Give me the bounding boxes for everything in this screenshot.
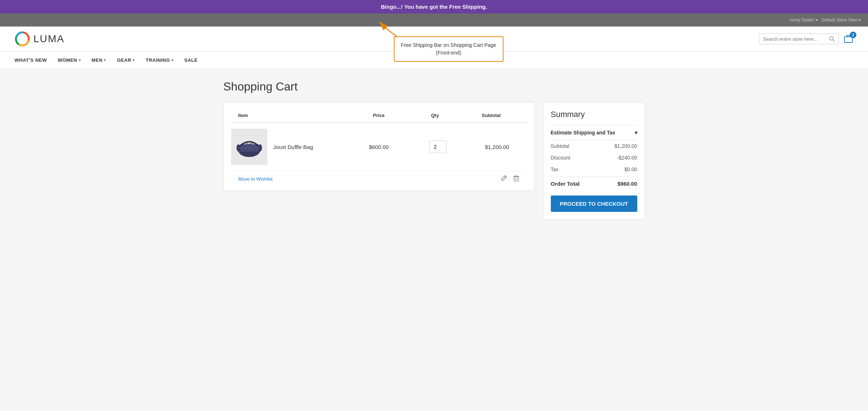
nav-item-gear[interactable]: Gear ▾: [117, 52, 135, 68]
order-summary: Summary Estimate Shipping and Tax ▾ Subt…: [543, 102, 645, 219]
item-qty: [408, 141, 468, 153]
search-input[interactable]: [763, 36, 829, 42]
chevron-down-icon: ▾: [635, 130, 637, 136]
luma-logo-icon: [15, 31, 31, 47]
item-price: $600.00: [349, 144, 408, 150]
col-header-price: Price: [351, 113, 407, 118]
summary-tax: Tax $0.00: [551, 164, 637, 175]
chevron-down-icon: ▾: [171, 58, 174, 62]
svg-line-10: [504, 176, 506, 178]
cart-count-badge: 2: [850, 32, 856, 38]
col-header-item: Item: [238, 113, 351, 118]
summary-order-total: Order Total $960.00: [551, 177, 637, 190]
store-view-dropdown[interactable]: Default Store View ▾: [821, 17, 861, 23]
top-header-bar: comp Tester! ▾ Default Store View ▾: [0, 13, 868, 27]
user-dropdown[interactable]: comp Tester! ▾: [790, 17, 817, 23]
estimate-shipping-toggle[interactable]: Estimate Shipping and Tax ▾: [551, 125, 637, 140]
move-to-wishlist-link[interactable]: Move to Wishlist: [238, 176, 273, 182]
header-right: 2: [759, 33, 853, 44]
nav-item-women[interactable]: Women ▾: [58, 52, 81, 68]
cart-table-header: Item Price Qty Subtotal: [231, 108, 527, 123]
table-row: Joust Duffle Bag $600.00 $1,200.00: [224, 123, 534, 171]
free-shipping-bar: Bingo...! You have got the Free Shipping…: [0, 0, 868, 13]
col-header-subtotal: Subtotal: [463, 113, 520, 118]
delete-item-button[interactable]: [513, 175, 520, 183]
search-button[interactable]: [829, 36, 835, 42]
item-info: Joust Duffle Bag: [231, 129, 350, 165]
search-bar[interactable]: [759, 33, 839, 44]
cart-layout: Item Price Qty Subtotal: [223, 102, 645, 219]
chevron-down-icon: ▾: [79, 58, 81, 62]
search-icon: [829, 36, 835, 42]
edit-item-button[interactable]: [501, 175, 507, 183]
svg-line-3: [833, 40, 835, 42]
chevron-down-icon: ▾: [104, 58, 106, 62]
logo-text: LUMA: [33, 33, 65, 45]
svg-point-2: [830, 37, 833, 40]
nav-item-training[interactable]: Training ▾: [146, 52, 173, 68]
checkout-button[interactable]: Proceed to Checkout: [551, 196, 637, 212]
nav-item-whats-new[interactable]: What's New: [15, 52, 47, 68]
page-title: Shopping Cart: [223, 80, 645, 93]
item-image: [231, 129, 267, 165]
cart-table: Item Price Qty Subtotal: [223, 102, 534, 191]
item-subtotal: $1,200.00: [468, 144, 527, 150]
summary-subtotal: Subtotal $1,200.00: [551, 140, 637, 152]
edit-icon: [501, 175, 507, 181]
cart-item-actions: Move to Wishlist: [231, 171, 527, 183]
cart-icon[interactable]: 2: [843, 34, 853, 44]
nav-item-men[interactable]: Men ▾: [92, 52, 106, 68]
nav-bar: What's New Women ▾ Men ▾ Gear ▾ Training…: [0, 52, 868, 69]
product-image-svg: [233, 130, 266, 163]
page-content: Shopping Cart Item Price Qty Subtotal: [216, 69, 652, 230]
trash-icon: [513, 175, 520, 181]
item-action-icons: [501, 175, 520, 183]
summary-discount: Discount -$240.00: [551, 152, 637, 164]
chevron-down-icon: ▾: [133, 58, 135, 62]
item-name: Joust Duffle Bag: [273, 144, 313, 150]
qty-input[interactable]: [429, 141, 447, 153]
logo[interactable]: LUMA: [15, 31, 65, 47]
nav-item-sale[interactable]: Sale: [184, 52, 198, 68]
summary-title: Summary: [551, 110, 637, 119]
main-header: LUMA 2: [0, 27, 868, 52]
svg-rect-12: [514, 177, 518, 181]
col-header-qty: Qty: [407, 113, 463, 118]
